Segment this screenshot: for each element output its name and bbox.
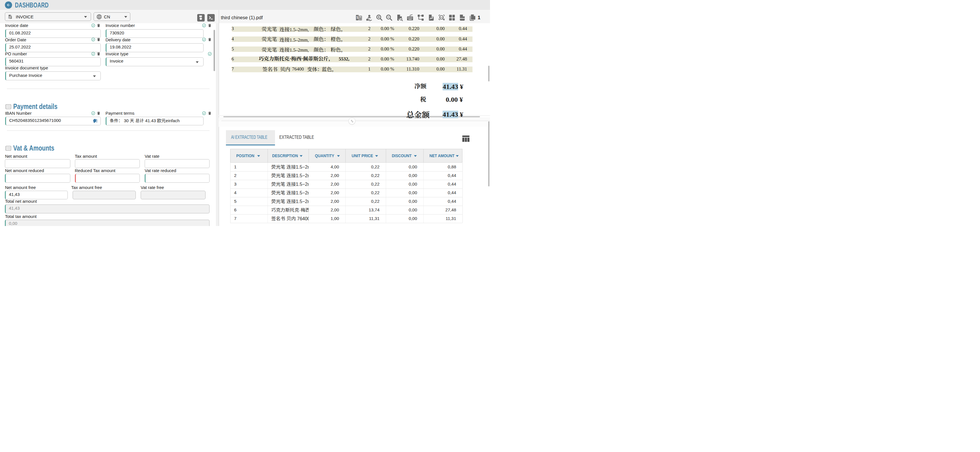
svg-text:OCR: OCR <box>440 17 444 18</box>
svg-text:$: $ <box>356 16 358 20</box>
svg-text:#: # <box>9 17 10 19</box>
